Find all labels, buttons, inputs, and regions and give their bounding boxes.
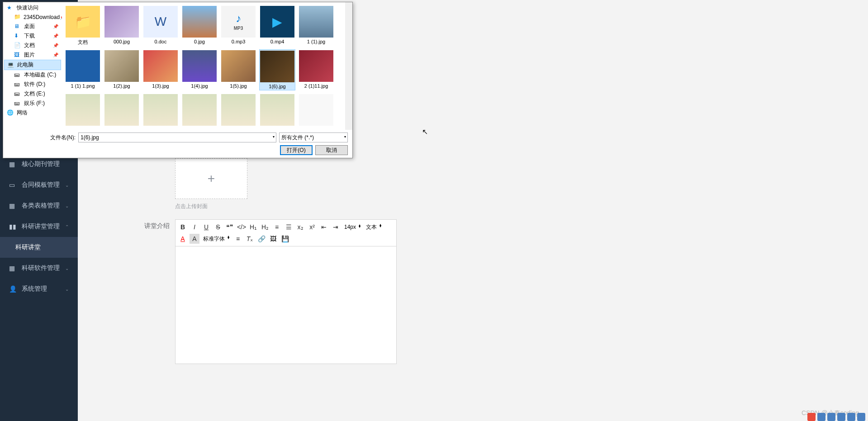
file-thumb: [221, 50, 256, 82]
grid-icon: ▦: [9, 265, 16, 272]
indent-button[interactable]: ⇤: [319, 222, 329, 232]
font-size-select[interactable]: 14px: [342, 223, 362, 231]
sidebar-item-software[interactable]: ▦ 科研软件管理 ⌄: [0, 258, 78, 279]
tray-icon[interactable]: [827, 413, 835, 421]
nav-downloads[interactable]: ⬇下载📌: [4, 31, 61, 41]
chevron-down-icon: ⌄: [65, 183, 69, 188]
rich-editor: B I U S ❝❞ </> H₁ H₂ ≡ ☰ x₂ x² ⇤ ⇥ 14px …: [175, 219, 397, 364]
tray-icon[interactable]: [837, 413, 845, 421]
font-family-select[interactable]: 标准字体: [201, 234, 231, 244]
subscript-button[interactable]: x₂: [295, 222, 305, 232]
file-item[interactable]: 2 (1)11.jpg: [298, 49, 334, 90]
file-name: 1(4).jpg: [191, 83, 208, 89]
file-item[interactable]: 1 (1) 1.png: [65, 49, 101, 90]
file-filter-select[interactable]: 所有文件 (*.*): [279, 132, 348, 142]
nav-drive-e[interactable]: 🖴文档 (E:): [4, 89, 61, 99]
file-thumb: [260, 94, 294, 126]
nav-drive-c[interactable]: 🖴本地磁盘 (C:): [4, 70, 61, 80]
sidebar-item-contract[interactable]: ▭ 合同模板管理 ⌄: [0, 175, 78, 195]
nav-quick-access[interactable]: ★快速访问: [4, 3, 61, 13]
editor-body[interactable]: [175, 246, 397, 364]
sidebar-item-lecture[interactable]: ▮▮ 科研讲堂管理 ⌃: [0, 216, 78, 237]
file-item[interactable]: [220, 93, 256, 128]
bold-button[interactable]: B: [178, 222, 188, 232]
sidebar-item-system[interactable]: 👤 系统管理 ⌄: [0, 279, 78, 299]
font-color-button[interactable]: A: [178, 234, 188, 244]
file-item[interactable]: 1(2).jpg: [104, 49, 140, 90]
tray-icon[interactable]: [807, 413, 816, 421]
file-item[interactable]: 📁文档: [65, 5, 101, 47]
scrollbar[interactable]: [345, 2, 352, 130]
open-button[interactable]: 打开(O): [280, 145, 313, 155]
file-item[interactable]: ♪MP30.mp3: [220, 5, 256, 47]
upload-cover-box[interactable]: +: [175, 158, 247, 199]
superscript-button[interactable]: x²: [307, 222, 317, 232]
dialog-file-list[interactable]: 📁文档000.jpgW0.doc0.jpg♪MP30.mp3▶0.mp41 (1…: [62, 2, 352, 130]
file-item[interactable]: [181, 93, 218, 128]
file-item[interactable]: [298, 93, 334, 128]
file-thumb: [299, 94, 333, 126]
file-item[interactable]: [104, 93, 140, 128]
file-item[interactable]: 1(4).jpg: [181, 49, 218, 90]
file-name: 0.mp3: [232, 39, 246, 44]
unordered-list-button[interactable]: ☰: [284, 222, 294, 232]
file-name: 文档: [78, 39, 88, 46]
nav-drive-f[interactable]: 🖴娱乐 (F:): [4, 99, 61, 108]
nav-network[interactable]: 🌐网络: [4, 108, 61, 118]
underline-button[interactable]: U: [201, 222, 211, 232]
file-item[interactable]: W0.doc: [142, 5, 179, 47]
text-mode-select[interactable]: 文本: [364, 222, 383, 232]
nav-pictures[interactable]: 🖼图片📌: [4, 50, 61, 60]
file-item[interactable]: [142, 93, 179, 128]
strike-button[interactable]: S: [213, 222, 223, 232]
drive-icon: 🖴: [14, 81, 21, 88]
cancel-button[interactable]: 取消: [315, 145, 348, 155]
file-thumb: [221, 94, 256, 126]
sidebar-label: 科研讲堂: [15, 243, 41, 251]
file-item[interactable]: ▶0.mp4: [259, 5, 295, 47]
nav-download-folder[interactable]: 📁2345Download📌: [4, 13, 61, 22]
nav-desktop[interactable]: 🖥桌面📌: [4, 22, 61, 31]
file-item[interactable]: 1(3).jpg: [142, 49, 179, 90]
align-button[interactable]: ≡: [233, 234, 243, 244]
download-icon: ⬇: [14, 33, 21, 40]
ordered-list-button[interactable]: ≡: [272, 222, 282, 232]
link-button[interactable]: 🔗: [256, 234, 266, 244]
pin-icon: 📌: [53, 33, 58, 38]
filename-input[interactable]: [78, 132, 276, 142]
bg-color-button[interactable]: A: [190, 234, 199, 244]
image-button[interactable]: 🖼: [268, 234, 278, 244]
tray-icon[interactable]: [847, 413, 855, 421]
nav-this-pc[interactable]: 💻此电脑: [4, 60, 61, 70]
dialog-bottom-bar: 文件名(N): ▾ 所有文件 (*.*) ▾ 打开(O) 取消: [3, 130, 352, 158]
h1-button[interactable]: H₁: [248, 222, 258, 232]
sidebar-label: 科研讲堂管理: [22, 222, 60, 231]
nav-drive-d[interactable]: 🖴软件 (D:): [4, 80, 61, 89]
file-item[interactable]: [65, 93, 101, 128]
file-item[interactable]: 1(5).jpg: [220, 49, 256, 90]
code-button[interactable]: </>: [237, 222, 247, 232]
file-item[interactable]: 000.jpg: [104, 5, 140, 47]
file-item[interactable]: 1 (1).jpg: [298, 5, 334, 47]
clear-format-button[interactable]: Tₓ: [245, 234, 255, 244]
h2-button[interactable]: H₂: [260, 222, 270, 232]
tray-icon[interactable]: [817, 413, 825, 421]
file-thumb: [299, 50, 333, 82]
sidebar-label: 系统管理: [22, 285, 47, 293]
file-name: 000.jpg: [114, 39, 130, 44]
save-button[interactable]: 💾: [280, 234, 290, 244]
outdent-button[interactable]: ⇥: [331, 222, 341, 232]
file-thumb: [104, 94, 139, 126]
sidebar-item-lecture-sub[interactable]: 科研讲堂: [0, 237, 78, 258]
system-tray: [807, 413, 865, 421]
italic-button[interactable]: I: [190, 222, 199, 232]
file-thumb: ♪MP3: [221, 6, 256, 38]
file-item[interactable]: [259, 93, 295, 128]
quote-button[interactable]: ❝❞: [225, 222, 235, 232]
nav-documents[interactable]: 📄文档📌: [4, 41, 61, 50]
file-item[interactable]: 0.jpg: [181, 5, 218, 47]
sidebar-label: 各类表格管理: [22, 202, 60, 210]
sidebar-item-forms[interactable]: ▦ 各类表格管理 ⌄: [0, 195, 78, 216]
tray-icon[interactable]: [857, 413, 865, 421]
file-item[interactable]: 1(6).jpg: [259, 49, 295, 90]
